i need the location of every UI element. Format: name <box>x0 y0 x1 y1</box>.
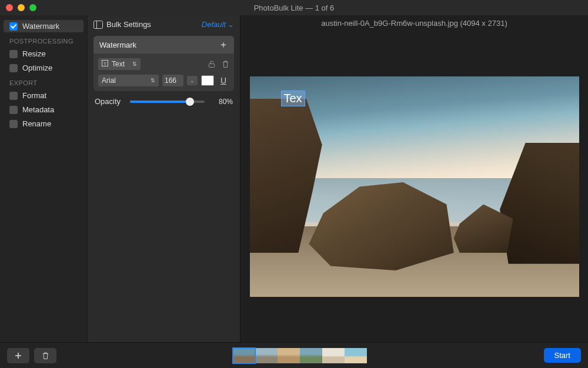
sidebar: Watermark POSTPROCESSING Resize Optimize… <box>0 15 87 342</box>
optimize-checkbox[interactable] <box>9 64 18 72</box>
thumbnail[interactable] <box>233 348 255 363</box>
preset-dropdown[interactable]: Default ⌄ <box>202 20 234 29</box>
add-watermark-button[interactable]: ＋ <box>219 40 228 49</box>
sidebar-item-label: Resize <box>22 49 46 58</box>
preview-filename: austin-neill-0A_b9G-Rm6w-unsplash.jpg (4… <box>240 15 588 31</box>
thumbnail[interactable] <box>300 348 322 363</box>
opacity-value: 80% <box>211 98 233 106</box>
preset-label: Default <box>202 20 226 29</box>
sidebar-item-label: Metadata <box>22 105 54 114</box>
underline-button[interactable]: U <box>218 76 229 85</box>
lock-icon[interactable] <box>208 60 216 68</box>
titlebar: PhotoBulk Lite — 1 of 6 <box>0 0 588 15</box>
sidebar-item-optimize[interactable]: Optimize <box>4 62 83 74</box>
metadata-checkbox[interactable] <box>9 106 18 114</box>
rename-checkbox[interactable] <box>9 120 18 128</box>
font-select[interactable]: Arial ⇅ <box>98 75 159 86</box>
minimize-window-button[interactable] <box>18 4 25 11</box>
svg-rect-4 <box>209 64 215 68</box>
format-checkbox[interactable] <box>9 92 18 100</box>
close-window-button[interactable] <box>6 4 13 11</box>
sidebar-section-export: EXPORT <box>4 76 83 88</box>
layout-icon <box>93 21 103 29</box>
svg-text:T: T <box>103 61 106 66</box>
watermark-type-select[interactable]: T Text ⇅ <box>98 58 141 70</box>
text-type-icon: T <box>102 60 108 68</box>
chevron-updown-icon: ⇅ <box>151 78 155 83</box>
sidebar-item-label: Watermark <box>22 22 59 31</box>
chevron-down-icon: ⌄ <box>228 20 234 29</box>
preview-area: austin-neill-0A_b9G-Rm6w-unsplash.jpg (4… <box>240 15 588 342</box>
sidebar-item-label: Optimize <box>22 63 52 72</box>
add-image-button[interactable] <box>7 348 29 363</box>
font-value: Arial <box>102 76 116 85</box>
chevron-updown-icon: ⇅ <box>132 61 137 67</box>
start-button[interactable]: Start <box>544 348 581 363</box>
thumbnail[interactable] <box>345 348 367 363</box>
resize-checkbox[interactable] <box>9 50 18 58</box>
thumbnail-strip <box>233 348 367 363</box>
svg-rect-0 <box>94 21 103 28</box>
watermark-overlay[interactable]: Tex <box>281 91 305 106</box>
settings-title: Bulk Settings <box>106 20 151 29</box>
watermark-checkbox[interactable] <box>9 22 18 31</box>
opacity-slider[interactable] <box>130 101 205 103</box>
font-size-stepper[interactable]: ⌄ <box>187 76 198 85</box>
footer: Start <box>0 342 588 368</box>
sidebar-item-rename[interactable]: Rename <box>4 118 83 130</box>
sidebar-item-label: Format <box>22 91 46 100</box>
thumbnail[interactable] <box>322 348 345 363</box>
color-picker[interactable] <box>201 75 214 86</box>
settings-panel: Bulk Settings Default ⌄ Watermark ＋ <box>87 15 240 342</box>
sidebar-item-watermark[interactable]: Watermark <box>4 20 83 32</box>
zoom-window-button[interactable] <box>29 4 36 11</box>
thumbnail[interactable] <box>255 348 278 363</box>
font-size-input[interactable]: 166 <box>162 75 183 86</box>
thumbnail[interactable] <box>278 348 300 363</box>
sidebar-section-postprocessing: POSTPROCESSING <box>4 34 83 46</box>
type-value: Text <box>112 60 125 68</box>
delete-image-button[interactable] <box>34 348 56 363</box>
preview-image[interactable]: Tex <box>250 76 579 297</box>
sidebar-item-format[interactable]: Format <box>4 89 83 102</box>
sidebar-item-resize[interactable]: Resize <box>4 48 83 60</box>
watermark-panel-title: Watermark <box>99 41 136 49</box>
sidebar-item-metadata[interactable]: Metadata <box>4 103 83 116</box>
trash-icon[interactable] <box>222 60 229 68</box>
watermark-panel: Watermark ＋ T Text ⇅ <box>93 36 234 91</box>
window-title: PhotoBulk Lite — 1 of 6 <box>0 4 588 12</box>
opacity-label: Opacity <box>95 97 124 106</box>
sidebar-item-label: Rename <box>22 119 51 128</box>
